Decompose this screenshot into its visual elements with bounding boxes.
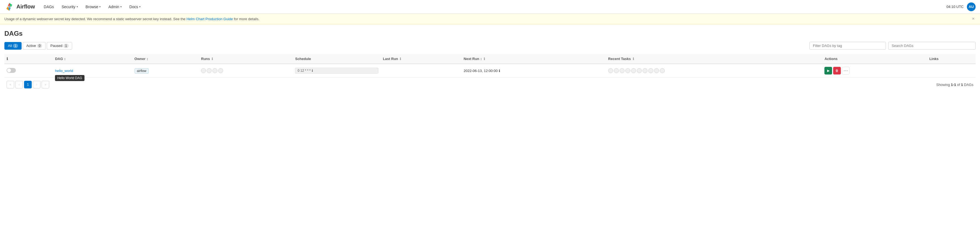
schedule-info-icon: ℹ (312, 69, 313, 73)
nav-admin-link[interactable]: Admin ▾ (105, 3, 125, 11)
brand-link[interactable]: Airflow (5, 2, 35, 12)
dag-sort-icon[interactable]: ↕ (64, 57, 66, 61)
th-recenttasks: Recent Tasks ℹ (606, 54, 822, 64)
nav-browse-link[interactable]: Browse ▾ (82, 3, 104, 11)
dag-link[interactable]: hello_world (55, 69, 73, 73)
th-recenttasks-label: Recent Tasks (608, 57, 631, 61)
svg-point-4 (8, 6, 10, 8)
showing-total: 1 (961, 83, 963, 87)
th-links-label: Links (929, 57, 939, 61)
main-nav: DAGs Security ▾ Browse ▾ Admin ▾ Docs ▾ (40, 3, 947, 11)
tab-active-count: 0 (37, 44, 42, 48)
nav-docs-caret: ▾ (139, 5, 140, 8)
th-dag-label: DAG (55, 57, 63, 61)
td-runs (199, 64, 293, 77)
tab-active[interactable]: Active 0 (23, 42, 46, 50)
tag-filter-input[interactable] (810, 42, 886, 50)
tab-all[interactable]: All 1 (5, 42, 22, 50)
th-nextrun[interactable]: Next Run ↕ ℹ (461, 54, 606, 64)
dag-name-wrapper: hello_world Hello World DAG (55, 69, 73, 73)
time-display: 04:10 UTC (947, 5, 964, 9)
alert-text: Usage of a dynamic webserver secret key … (5, 17, 259, 21)
alert-banner: Usage of a dynamic webserver secret key … (0, 14, 980, 24)
user-avatar[interactable]: AU (967, 2, 975, 11)
table-header: ℹ DAG ↕ Owner ↕ Runs ℹ Schedule (5, 54, 975, 64)
navbar-right: 04:10 UTC AU (947, 2, 975, 11)
schedule-value: 0 12 * * * (298, 69, 310, 73)
tab-active-label: Active (26, 44, 36, 48)
alert-close-button[interactable]: × (971, 16, 975, 21)
table-body: hello_world Hello World DAG airflow (5, 64, 975, 77)
tasks-circles (608, 68, 820, 73)
nav-docs-link[interactable]: Docs ▾ (126, 3, 144, 11)
task-circle-5 (631, 68, 636, 73)
nav-security-caret: ▾ (76, 5, 78, 8)
task-circle-8 (648, 68, 653, 73)
more-actions-button[interactable]: ··· (842, 67, 850, 74)
runs-info-icon: ℹ (212, 57, 213, 61)
td-lastrun (380, 64, 461, 77)
run-circle-2 (207, 68, 212, 73)
alert-message-after: for more details. (233, 17, 259, 21)
td-toggle[interactable] (5, 64, 53, 77)
nav-docs[interactable]: Docs ▾ (126, 3, 144, 11)
nextrun-value: 2022-06-13, 12:00:00 (464, 69, 498, 73)
actions-cell: ▶ 🗑 ··· (824, 67, 925, 74)
nav-browse[interactable]: Browse ▾ (82, 3, 104, 11)
th-dag[interactable]: DAG ↕ (53, 54, 132, 64)
search-input[interactable] (888, 42, 975, 50)
nav-admin[interactable]: Admin ▾ (105, 3, 125, 11)
nextrun-row-info-icon: ℹ (499, 69, 500, 73)
th-owner[interactable]: Owner ↕ (132, 54, 199, 64)
tab-paused-count: 1 (64, 44, 68, 48)
nav-security[interactable]: Security ▾ (58, 3, 81, 11)
tab-all-count: 1 (13, 44, 18, 48)
showing-dags: DAGs (963, 83, 974, 87)
owner-sort-icon[interactable]: ↕ (146, 57, 148, 61)
next-page-button[interactable]: › (33, 81, 40, 88)
task-circle-7 (643, 68, 648, 73)
last-page-button[interactable]: » (41, 81, 49, 88)
task-circle-10 (660, 68, 665, 73)
nav-browse-label: Browse (86, 5, 99, 9)
alert-link[interactable]: Helm Chart Production Guide (186, 17, 233, 21)
nextrun-sort-icon[interactable]: ↕ (480, 57, 482, 61)
th-runs: Runs ℹ (199, 54, 293, 64)
tab-paused[interactable]: Paused 1 (47, 42, 72, 50)
td-schedule: 0 12 * * * ℹ (293, 64, 380, 77)
delete-dag-button[interactable]: 🗑 (833, 67, 841, 74)
nav-dags-link[interactable]: DAGs (40, 3, 57, 11)
tab-group: All 1 Active 0 Paused 1 (5, 42, 72, 50)
nav-dags[interactable]: DAGs (40, 3, 57, 11)
recenttasks-info-icon: ℹ (633, 57, 634, 61)
prev-page-button[interactable]: ‹ (15, 81, 23, 88)
nav-browse-caret: ▾ (99, 5, 100, 8)
page-title: DAGs (5, 30, 975, 37)
td-dag-name: hello_world Hello World DAG (53, 64, 132, 77)
th-lastrun-label: Last Run (383, 57, 398, 61)
current-page-button[interactable]: 1 (24, 81, 32, 88)
td-owner: airflow (132, 64, 199, 77)
task-circle-2 (614, 68, 619, 73)
tab-all-label: All (8, 44, 12, 48)
task-circle-1 (608, 68, 613, 73)
filter-bar: All 1 Active 0 Paused 1 (5, 42, 975, 50)
trigger-dag-button[interactable]: ▶ (824, 67, 832, 74)
dag-toggle[interactable] (6, 68, 16, 73)
runs-circles (201, 68, 291, 73)
tab-paused-label: Paused (50, 44, 62, 48)
nav-security-link[interactable]: Security ▾ (58, 3, 81, 11)
run-circle-3 (212, 68, 217, 73)
dags-table: ℹ DAG ↕ Owner ↕ Runs ℹ Schedule (5, 54, 975, 77)
th-links: Links (927, 54, 975, 64)
task-circle-4 (625, 68, 630, 73)
th-owner-label: Owner (135, 57, 145, 61)
dag-tooltip: Hello World DAG (55, 75, 84, 81)
first-page-button[interactable]: « (6, 81, 14, 88)
page-content: DAGs All 1 Active 0 Paused 1 ℹ (0, 24, 980, 97)
pagination-bar: « ‹ 1 › » Showing 1-1 of 1 DAGs (5, 77, 975, 92)
navbar: Airflow DAGs Security ▾ Browse ▾ Admin ▾ (0, 0, 980, 14)
task-circle-6 (637, 68, 642, 73)
th-schedule-label: Schedule (295, 57, 311, 61)
showing-text: Showing 1-1 of 1 DAGs (936, 83, 974, 87)
